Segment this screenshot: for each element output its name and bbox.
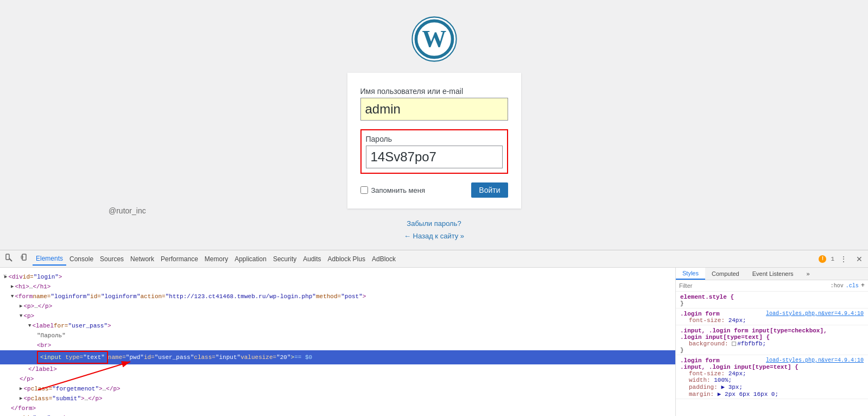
triangle-icon: ▶ [11, 414, 14, 416]
username-label: Имя пользователя или e-mail [360, 87, 508, 96]
password-label: Пароль [366, 135, 503, 143]
password-input[interactable] [366, 146, 503, 168]
filter-plus[interactable]: + [861, 282, 865, 289]
back-to-site-link[interactable]: ← Назад к сайту » [404, 232, 464, 240]
elem-line-input-selected[interactable]: <input type="text" name="pwd" id="user_p… [0, 350, 675, 364]
elem-line-submit[interactable]: ▶ <p class="submit">…</p> [0, 394, 675, 404]
elem-line-p-close[interactable]: </p> [0, 374, 675, 384]
below-card: Забыли пароль? ← Назад к сайту » [404, 219, 464, 240]
login-card: Имя пользователя или e-mail Пароль Запом… [347, 73, 521, 209]
devtools-tab-audits[interactable]: Audits [300, 253, 324, 265]
svg-text:W: W [422, 25, 446, 52]
triangle-icon: ▶ [20, 302, 22, 311]
devtools-tab-adblock-plus[interactable]: Adblock Plus [325, 253, 369, 265]
elem-line-br[interactable]: <br> [0, 341, 675, 350]
login-button[interactable]: Войти [471, 182, 508, 198]
color-swatch [732, 342, 736, 346]
page-area: W Имя пользователя или e-mail Пароль Зап… [0, 0, 868, 250]
forgot-password-link[interactable]: Забыли пароль? [404, 219, 464, 228]
filter-cls[interactable]: .cls [846, 283, 859, 289]
style-rule-login-form-2: .login form load-styles.php,n&ver=4.9.4:… [676, 355, 868, 399]
styles-tab-event-listeners[interactable]: Event Listeners [746, 268, 800, 280]
style-rule-element: element.style { } [676, 292, 868, 308]
cursor-icon [5, 254, 14, 262]
devtools-tab-console[interactable]: Console [66, 253, 97, 265]
elem-line-label[interactable]: ▼ <label for="user_pass"> [0, 321, 675, 331]
elem-line-label-close[interactable]: </label> [0, 364, 675, 374]
triangle-icon: ▼ [11, 292, 14, 301]
elem-line-div-login[interactable]: ▶ <div id="login"> [0, 272, 675, 282]
devtools-toolbar: Elements Console Sources Network Perform… [0, 250, 868, 268]
elem-line-text-pass[interactable]: "Пароль" [0, 331, 675, 341]
input-highlight-box: <input type="text" [37, 351, 108, 364]
styles-filter-input[interactable] [679, 282, 828, 289]
devtools-tab-network[interactable]: Network [127, 253, 157, 265]
devtools-panel: Elements Console Sources Network Perform… [0, 250, 868, 416]
form-footer: Запомнить меня Войти [360, 182, 508, 198]
triangle-icon: ▶ [20, 385, 22, 393]
devtools-tab-security[interactable]: Security [270, 253, 300, 265]
warning-icon: ! [819, 255, 826, 263]
watermark-text: @rutor_inc [109, 206, 146, 215]
styles-filter-row: :hov .cls + [676, 280, 868, 292]
style-source-link-1[interactable]: load-styles.php,n&ver=4.9.4:10 [766, 311, 864, 317]
elem-line-p2[interactable]: ▼ <p> [0, 311, 675, 321]
svg-rect-3 [6, 254, 9, 260]
triangle-icon: ▶ [20, 394, 22, 403]
password-group-wrapper: Пароль [360, 129, 508, 174]
devtools-tab-adblock[interactable]: AdBlock [369, 253, 399, 265]
password-group: Пароль [366, 135, 503, 168]
elem-line-p1[interactable]: ▶ <p>…</p> [0, 301, 675, 311]
remember-label-text: Запомнить меня [371, 186, 425, 194]
styles-panel: Styles Computed Event Listeners » :hov .… [676, 268, 868, 416]
devtools-tab-performance[interactable]: Performance [157, 253, 201, 265]
username-input[interactable] [360, 98, 508, 121]
devtools-body: … ▶ <div id="login"> ▶ <h1>…</h1> ▼ <for… [0, 268, 868, 416]
svg-line-4 [9, 259, 12, 261]
styles-tab-computed[interactable]: Computed [705, 268, 746, 280]
devtools-inspect-btn[interactable] [2, 251, 17, 266]
devtools-tab-application[interactable]: Application [231, 253, 270, 265]
styles-tabs: Styles Computed Event Listeners » [676, 268, 868, 280]
elem-line-nav[interactable]: ▶ <p id="nav">…</p> [0, 413, 675, 416]
wordpress-logo: W [411, 16, 457, 62]
style-rule-login-form-1: .login form load-styles.php,n&ver=4.9.4:… [676, 308, 868, 325]
devtools-tab-elements[interactable]: Elements [33, 253, 66, 266]
triangle-icon: ▼ [20, 312, 22, 320]
styles-tab-styles[interactable]: Styles [676, 268, 705, 280]
devtools-tab-memory[interactable]: Memory [201, 253, 231, 265]
elem-line-form-close[interactable]: </form> [0, 404, 675, 413]
ellipsis-indicator: … [3, 271, 7, 277]
elem-line-forgetmenot[interactable]: ▶ <p class="forgetmenot">…</p> [0, 384, 675, 394]
elem-line-form[interactable]: ▼ <form name="loginform" id="loginform" … [0, 292, 675, 301]
devtools-tab-sources[interactable]: Sources [97, 253, 127, 265]
style-source-link-2[interactable]: load-styles.php,n&ver=4.9.4:10 [766, 357, 864, 363]
warning-count: 1 [831, 256, 834, 262]
remember-checkbox[interactable] [360, 186, 368, 194]
triangle-icon: ▼ [28, 322, 31, 330]
device-icon [21, 254, 29, 262]
username-group: Имя пользователя или e-mail [360, 87, 508, 121]
style-rule-input-checkbox: .input, .login form input[type=checkbox]… [676, 325, 868, 355]
devtools-device-btn[interactable] [17, 251, 33, 266]
remember-me-label[interactable]: Запомнить меня [360, 186, 425, 194]
devtools-more-btn[interactable]: ⋮ [837, 253, 851, 266]
filter-pseudo[interactable]: :hov [831, 283, 844, 289]
styles-tab-more[interactable]: » [800, 268, 816, 280]
elem-line-h1[interactable]: ▶ <h1>…</h1> [0, 282, 675, 292]
triangle-icon: ▶ [11, 282, 14, 291]
devtools-close-btn[interactable]: ✕ [853, 253, 866, 266]
elements-panel[interactable]: … ▶ <div id="login"> ▶ <h1>…</h1> ▼ <for… [0, 268, 676, 416]
